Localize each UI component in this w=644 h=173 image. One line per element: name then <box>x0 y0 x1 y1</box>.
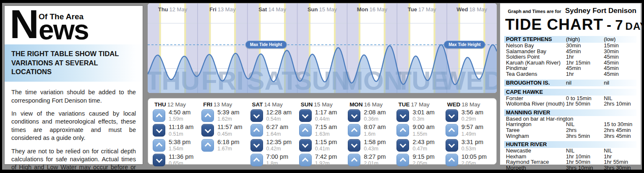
chevron-up-icon <box>302 128 309 134</box>
tide-up-button[interactable] <box>396 154 409 166</box>
location-low-value: NIL <box>604 148 636 154</box>
tide-entry: 7:42 pm1.92m <box>299 154 345 166</box>
tide-height: 0.36m <box>364 116 386 122</box>
tide-text: 11:36 pm0.65m <box>169 154 193 166</box>
tide-text: 7:42 pm1.92m <box>315 154 337 166</box>
tide-day-column: SUN15 May1:17 am0.44m7:15 am1.63m1:15 pm… <box>298 101 347 162</box>
tide-height: 1.55m <box>412 132 434 137</box>
tide-down-button[interactable] <box>153 124 165 137</box>
tide-entry: 2:43 pm0.47m <box>396 139 443 152</box>
tide-down-button[interactable] <box>299 109 312 122</box>
location-name: Newcastle <box>506 148 566 154</box>
day-abbr: THU <box>154 101 166 108</box>
chart-day-label: Wed18 May <box>447 6 497 13</box>
tide-down-button[interactable] <box>201 124 214 137</box>
tide-text: 11:18 am0.51m <box>169 124 193 137</box>
chevron-down-icon <box>351 112 357 119</box>
tide-up-button[interactable] <box>201 109 214 122</box>
tide-height: 1.92m <box>315 161 337 166</box>
location-high-value: 1hr 50min <box>566 101 604 107</box>
tide-day-header: WED18 May <box>447 101 492 108</box>
tide-entry: 12:35 pm0.42m <box>250 139 297 152</box>
tide-up-button[interactable] <box>153 109 165 122</box>
location-section: PORT STEPHENS(high)(low)Nelson Bay30min1… <box>504 36 636 77</box>
tide-entry: 3:31 pm0.53m <box>446 139 492 152</box>
tide-text: 5:39 am1.62m <box>217 109 239 122</box>
location-high-value: 1hr <box>566 71 604 77</box>
tide-day-column: THU12 May4:50 am1.59m11:18 am0.51m5:38 p… <box>151 101 200 162</box>
title-main: TIDE CHART <box>505 16 603 34</box>
tide-up-button[interactable] <box>446 124 458 137</box>
location-low-value: 45min <box>604 65 636 71</box>
location-low-value: 15 to 30min <box>604 121 636 127</box>
tide-height: 1.6m <box>364 132 386 137</box>
tide-down-button[interactable] <box>396 139 409 152</box>
tide-day-column: TUE17 May3:01 am0.3m9:00 am1.55m2:43 pm0… <box>395 101 444 162</box>
tide-up-button[interactable] <box>201 139 214 152</box>
tide-up-button[interactable] <box>299 124 312 137</box>
tide-height: 0.43m <box>364 146 386 152</box>
tide-entry: 7:00 pm1.8m <box>250 154 297 166</box>
title-number: - 7 <box>607 17 623 33</box>
tide-time: 5:39 am <box>217 109 239 116</box>
location-high-value: 1hr <box>566 54 604 60</box>
tide-up-button[interactable] <box>396 124 409 137</box>
tide-down-button[interactable] <box>446 139 458 152</box>
logo-right-block: Of The Area ews <box>39 13 89 39</box>
tide-up-button[interactable] <box>250 124 263 137</box>
section-name: CAPE HAWKE <box>506 89 566 95</box>
tide-time: 7:00 pm <box>266 154 288 160</box>
location-low-value: 3hrs 30min <box>604 165 636 171</box>
tide-text: 8:07 am1.6m <box>364 124 386 137</box>
tide-text: 1:58 pm0.43m <box>364 139 386 152</box>
location-high-value: 45min <box>566 49 604 54</box>
location-high-value: 2hrs <box>566 127 604 133</box>
tide-down-button[interactable] <box>348 109 360 122</box>
tide-entry: 1:15 pm0.41m <box>299 139 345 152</box>
section-name: MANNING RIVER <box>506 110 566 116</box>
tide-down-button[interactable] <box>446 109 458 122</box>
chevron-down-icon <box>448 141 455 148</box>
tide-entry: 11:18 am0.51m <box>153 124 199 137</box>
tide-text: 7:00 pm1.8m <box>266 154 288 166</box>
tide-height: 0.65m <box>169 161 193 166</box>
tide-up-button[interactable] <box>348 154 360 166</box>
page-frame: N Of The Area ews THE RIGHT TABLE SHOW T… <box>0 0 644 173</box>
tide-entry: 3:01 am0.3m <box>396 109 443 122</box>
chevron-up-icon <box>205 113 211 120</box>
tide-entry: 3:56 am0.29m <box>446 109 492 122</box>
tide-up-button[interactable] <box>299 154 312 166</box>
tide-entry: 7:15 am1.63m <box>299 124 345 137</box>
tide-up-button[interactable] <box>250 154 263 166</box>
chevron-down-icon <box>302 112 309 119</box>
tide-time: 11:57 am <box>217 124 242 130</box>
tide-down-button[interactable] <box>153 154 165 166</box>
location-high-value: 3hrs 10min <box>566 165 604 171</box>
tide-down-button[interactable] <box>250 109 263 122</box>
tide-entry: 5:38 pm1.54m <box>153 139 199 152</box>
tide-down-button[interactable] <box>299 139 312 152</box>
tide-time: 3:01 am <box>412 109 434 116</box>
location-high-value: 3hrs 5min <box>566 133 604 139</box>
location-low-value: 15min <box>604 43 636 49</box>
section-low-label: (low) <box>604 36 636 42</box>
location-name: Tea Gardens <box>506 71 566 77</box>
tide-down-button[interactable] <box>348 139 360 152</box>
info-panel: N Of The Area ews THE RIGHT TABLE SHOW T… <box>4 5 143 165</box>
section-note: Based on bar at Har-rington <box>504 116 583 122</box>
tide-text: 9:00 am1.55m <box>412 124 434 137</box>
location-row: Salamander Bay45min30min <box>504 49 636 54</box>
tide-down-button[interactable] <box>250 139 263 152</box>
tide-up-button[interactable] <box>153 139 165 152</box>
paragraph-1: The time variation should be added to th… <box>11 88 136 105</box>
tide-height: 0.54m <box>266 116 292 122</box>
tide-up-button[interactable] <box>348 124 360 137</box>
tide-time: 8:07 am <box>364 124 386 130</box>
location-row: Nelson Bay30min15min <box>504 43 636 49</box>
subtitle-prefix: Graph and Times are for <box>508 9 561 14</box>
location-high-value: 30min <box>566 43 604 49</box>
tide-up-button[interactable] <box>446 154 458 166</box>
location-row: Raymond Terrace1hr 50min1hr 55min <box>504 159 636 165</box>
tide-down-button[interactable] <box>396 109 409 122</box>
day-abbr: Sat <box>258 6 267 13</box>
